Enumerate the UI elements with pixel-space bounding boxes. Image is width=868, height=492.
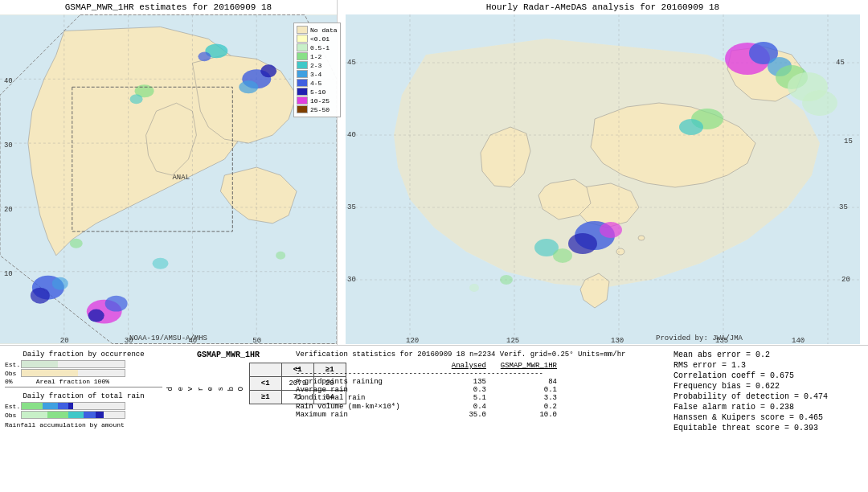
svg-text:50: 50 <box>252 337 261 344</box>
verif-col-gsmap: GSMAP_MWR_1HR <box>493 362 557 370</box>
est-occ-row: Est. <box>5 360 162 368</box>
rms-error: RMS error = 1.3 <box>674 361 863 370</box>
rainfall-label: Rainfall accumulation by amount <box>5 421 162 428</box>
svg-point-21 <box>130 94 143 104</box>
svg-text:15: 15 <box>844 137 853 146</box>
svg-point-26 <box>105 296 128 312</box>
svg-text:130: 130 <box>611 337 624 344</box>
verif-label-0: # gridpoints raining <box>296 378 440 386</box>
contingency-title: GSMAP_MWR_1HR <box>166 351 291 359</box>
svg-text:NOAA-19/AMSU-A/MHS: NOAA-19/AMSU-A/MHS <box>129 334 207 342</box>
equitable-threat: Equitable threat score = 0.393 <box>674 424 863 433</box>
verif-row-0: # gridpoints raining 135 84 <box>296 378 557 386</box>
verif-title: Verification statistics for 20160909 18 … <box>296 351 669 359</box>
svg-point-74 <box>500 275 513 285</box>
verif-val1-2: 0.1 <box>493 386 557 394</box>
right-map-container: Hourly Radar-AMeDAS analysis for 2016090… <box>338 0 868 346</box>
verif-val3-1: 0.4 <box>440 402 493 411</box>
verif-val4-2: 10.0 <box>493 411 557 419</box>
svg-text:20: 20 <box>841 276 850 284</box>
verif-val3-2: 0.2 <box>493 402 557 411</box>
svg-text:30: 30 <box>347 276 356 284</box>
occ-title: Daily fraction by occurrence <box>5 351 162 359</box>
left-map-title: GSMAP_MWR_1HR estimates for 20160909 18 <box>0 0 337 14</box>
svg-point-30 <box>276 252 285 260</box>
svg-text:ANAL: ANAL <box>172 174 190 182</box>
contingency-wrapper: Observed <1 ≥1 <1 2079 20 <box>166 363 291 404</box>
verif-val0-2: 84 <box>493 378 557 386</box>
freq-bias: Frequency bias = 0.622 <box>674 382 863 391</box>
svg-point-27 <box>88 310 104 322</box>
svg-point-19 <box>198 51 211 61</box>
right-map-canvas: 45 40 35 30 120 125 130 135 140 45 35 20… <box>338 14 868 344</box>
svg-point-70 <box>568 233 597 254</box>
obs-occ-row: Obs <box>5 369 162 377</box>
est-label: Est. <box>5 361 21 368</box>
svg-point-17 <box>239 80 258 93</box>
svg-point-51 <box>638 236 645 240</box>
legend-item-1-2: 1-2 <box>297 52 338 60</box>
svg-text:Provided by: JWA/JMA: Provided by: JWA/JMA <box>656 334 743 342</box>
legend-item-5-10: 5-10 <box>297 88 338 96</box>
verif-label-2: Conditional rain <box>296 394 440 402</box>
legend-item-4-5: 4-5 <box>297 79 338 87</box>
right-map-title: Hourly Radar-AMeDAS analysis for 2016090… <box>338 0 868 14</box>
legend-item-001: <0.01 <box>297 35 338 43</box>
verif-row-2: Conditional rain 5.1 3.3 <box>296 394 557 402</box>
est-rain-bar <box>21 402 125 410</box>
svg-text:45: 45 <box>347 59 356 67</box>
verif-val1-1: 0.3 <box>440 386 493 394</box>
est-occ-fill <box>22 361 58 367</box>
obs-label: Obs <box>5 370 21 377</box>
svg-text:20: 20 <box>60 337 69 344</box>
svg-text:40: 40 <box>347 131 356 139</box>
svg-point-68 <box>679 119 703 135</box>
bottom-section: Daily fraction by occurrence Est. Obs 0%… <box>0 346 868 492</box>
fraction-charts: Daily fraction by occurrence Est. Obs 0%… <box>3 349 164 489</box>
right-map-svg: 45 40 35 30 120 125 130 135 140 45 35 20… <box>338 14 868 344</box>
verif-separator: ----------------------------------------… <box>296 370 557 378</box>
verif-val4-1: 35.0 <box>440 411 493 419</box>
verif-val2-1: 5.1 <box>440 394 493 402</box>
top-section: GSMAP_MWR_1HR estimates for 20160909 18 <box>0 0 868 346</box>
svg-point-24 <box>52 277 68 290</box>
svg-text:10: 10 <box>4 270 13 278</box>
verif-val2-2: 3.3 <box>493 394 557 402</box>
verif-row-3: Rain volume (mm∙km²×10⁴) 0.4 0.2 <box>296 402 557 411</box>
main-container: GSMAP_MWR_1HR estimates for 20160909 18 <box>0 0 868 492</box>
false-alarm-ratio: False alarm ratio = 0.238 <box>674 403 863 412</box>
verif-sep-row: ----------------------------------------… <box>296 370 557 378</box>
svg-point-50 <box>616 248 624 255</box>
svg-point-75 <box>469 284 479 292</box>
left-map-canvas: 40 30 20 10 20 30 40 50 ANAL NOAA-19/AMS… <box>0 14 337 344</box>
left-map-svg: 40 30 20 10 20 30 40 50 ANAL NOAA-19/AMS… <box>0 14 337 344</box>
svg-point-16 <box>260 64 276 77</box>
svg-text:45: 45 <box>836 59 845 67</box>
svg-text:140: 140 <box>792 337 805 344</box>
est-rain-row: Est. <box>5 402 162 410</box>
legend-item-2-3: 2-3 <box>297 61 338 69</box>
contingency-section: GSMAP_MWR_1HR Observed <1 ≥1 <1 20 <box>164 349 293 489</box>
obs-occ-fill <box>22 370 78 376</box>
mean-abs-error: Mean abs error = 0.2 <box>674 351 863 359</box>
svg-text:40: 40 <box>4 77 13 85</box>
legend-item-3-4: 3-4 <box>297 70 338 78</box>
verif-label-1: Average rain <box>296 386 440 394</box>
verif-val0-1: 135 <box>440 378 493 386</box>
prob-detection: Probability of detection = 0.474 <box>674 392 863 401</box>
corr-coeff: Correlation coeff = 0.675 <box>674 371 863 380</box>
verification-section: Verification statistics for 20160909 18 … <box>293 349 672 489</box>
svg-point-29 <box>153 258 169 269</box>
left-map-container: GSMAP_MWR_1HR estimates for 20160909 18 <box>0 0 338 346</box>
observed-label: Observed <box>166 363 247 391</box>
legend-item-25-50: 25-50 <box>297 105 338 113</box>
svg-text:35: 35 <box>347 203 356 211</box>
stats-right: Mean abs error = 0.2 RMS error = 1.3 Cor… <box>672 349 865 489</box>
verif-row-1: Average rain 0.3 0.1 <box>296 386 557 394</box>
svg-point-71 <box>600 222 622 238</box>
bar-axis-occ: 0% Areal fraction 100% <box>5 378 109 385</box>
svg-point-66 <box>802 90 837 116</box>
verif-row-4: Maximum rain 35.0 10.0 <box>296 411 557 419</box>
verif-col-analysed: Analysed <box>440 362 493 370</box>
obs-rain-label: Obs <box>5 412 21 419</box>
